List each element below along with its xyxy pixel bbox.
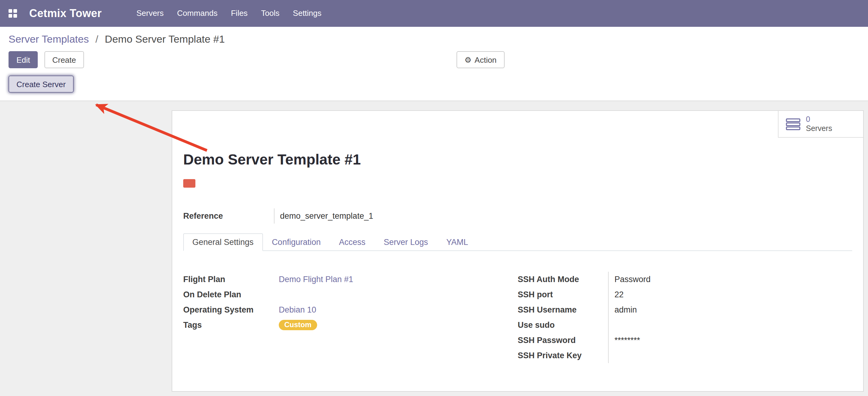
ssh-private-key-value [615, 348, 852, 363]
color-swatch [183, 179, 195, 188]
tags-value: Custom [279, 317, 518, 333]
use-sudo-value [615, 317, 852, 333]
group-right-values: Password 22 admin ******** [608, 272, 852, 363]
ssh-auth-mode-value: Password [615, 272, 852, 287]
group-right-labels: SSH Auth Mode SSH port SSH Username Use … [518, 272, 608, 363]
field-label-ssh-username: SSH Username [518, 302, 608, 317]
field-label-ssh-password: SSH Password [518, 333, 608, 348]
field-label-ssh-port: SSH port [518, 287, 608, 302]
gear-icon: ⚙ [464, 56, 471, 64]
control-panel: Server Templates / Demo Server Template … [0, 27, 868, 101]
stat-count: 0 [806, 115, 832, 124]
group-right: SSH Auth Mode SSH port SSH Username Use … [518, 272, 852, 363]
nav-item-commands[interactable]: Commands [170, 0, 224, 27]
field-label-operating-system: Operating System [183, 302, 279, 317]
group-left-labels: Flight Plan On Delete Plan Operating Sys… [183, 272, 279, 363]
field-label-tags: Tags [183, 317, 279, 333]
page-title: Demo Server Template #1 [183, 151, 852, 168]
operating-system-value: Debian 10 [279, 302, 518, 317]
nav-item-tools[interactable]: Tools [254, 0, 286, 27]
flight-plan-value: Demo Flight Plan #1 [279, 272, 518, 287]
group-left: Flight Plan On Delete Plan Operating Sys… [183, 272, 518, 363]
stat-text: 0 Servers [806, 115, 832, 133]
reference-field: Reference demo_server_template_1 [183, 208, 852, 224]
nav-item-files[interactable]: Files [224, 0, 254, 27]
ssh-port-value: 22 [615, 287, 852, 302]
tab-general-settings[interactable]: General Settings [183, 233, 262, 251]
field-label-on-delete-plan: On Delete Plan [183, 287, 279, 302]
group-left-values: Demo Flight Plan #1 Debian 10 Custom [279, 272, 518, 363]
reference-label: Reference [183, 208, 274, 224]
ssh-password-value: ******** [615, 333, 852, 348]
flight-plan-link[interactable]: Demo Flight Plan #1 [279, 275, 353, 284]
sheet-body: Demo Server Template #1 Reference demo_s… [172, 151, 863, 363]
stat-label: Servers [806, 124, 832, 133]
field-groups: Flight Plan On Delete Plan Operating Sys… [183, 272, 852, 363]
ssh-username-value: admin [615, 302, 852, 317]
form-sheet: 0 Servers Demo Server Template #1 Refere… [172, 110, 864, 392]
control-buttons-row: Edit Create ⚙ Action [8, 51, 860, 68]
tab-access[interactable]: Access [330, 233, 375, 251]
create-server-button[interactable]: Create Server [8, 76, 74, 93]
tab-server-logs[interactable]: Server Logs [375, 233, 437, 251]
nav-item-settings[interactable]: Settings [286, 0, 328, 27]
highlight-row: Create Server [8, 76, 860, 93]
content-area: 0 Servers Demo Server Template #1 Refere… [0, 101, 868, 396]
page: Cetmix Tower Servers Commands Files Tool… [0, 0, 868, 396]
tab-configuration[interactable]: Configuration [262, 233, 330, 251]
edit-button[interactable]: Edit [8, 51, 38, 68]
breadcrumb-separator: / [95, 33, 98, 45]
breadcrumb-current: Demo Server Template #1 [105, 33, 225, 45]
top-navbar: Cetmix Tower Servers Commands Files Tool… [0, 0, 868, 27]
tag-custom: Custom [279, 320, 317, 330]
breadcrumb: Server Templates / Demo Server Template … [8, 33, 860, 46]
reference-value: demo_server_template_1 [274, 208, 373, 224]
action-button-label: Action [474, 55, 496, 64]
field-label-flight-plan: Flight Plan [183, 272, 279, 287]
servers-stat-button[interactable]: 0 Servers [778, 111, 863, 138]
tab-yaml[interactable]: YAML [437, 233, 477, 251]
field-label-ssh-auth-mode: SSH Auth Mode [518, 272, 608, 287]
create-button[interactable]: Create [44, 51, 84, 68]
on-delete-plan-value [279, 287, 518, 302]
operating-system-link[interactable]: Debian 10 [279, 305, 316, 314]
nav-item-servers[interactable]: Servers [130, 0, 170, 27]
brand-title[interactable]: Cetmix Tower [29, 7, 102, 20]
main-menu: Servers Commands Files Tools Settings [130, 0, 328, 27]
notebook-tabs: General Settings Configuration Access Se… [183, 233, 852, 251]
field-label-use-sudo: Use sudo [518, 317, 608, 333]
breadcrumb-link-server-templates[interactable]: Server Templates [8, 33, 89, 45]
field-label-ssh-private-key: SSH Private Key [518, 348, 608, 363]
apps-grid-icon[interactable] [8, 9, 17, 18]
action-button[interactable]: ⚙ Action [457, 51, 505, 68]
server-stack-icon [786, 118, 800, 130]
